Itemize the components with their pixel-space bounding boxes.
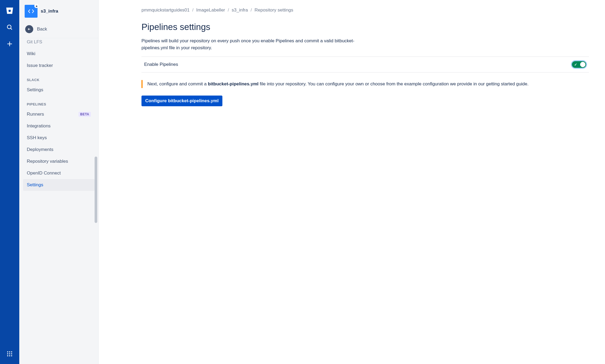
page-title: Pipelines settings bbox=[141, 22, 589, 32]
sidebar-item-label: OpenID Connect bbox=[27, 170, 61, 176]
info-text-post: file into your repository. You can confi… bbox=[259, 81, 529, 86]
toggle-knob bbox=[580, 62, 585, 67]
sidebar-item-repository-variables[interactable]: Repository variables bbox=[23, 156, 95, 167]
bitbucket-logo[interactable] bbox=[4, 5, 15, 16]
breadcrumb-link[interactable]: pmmquickstartguides01 bbox=[141, 7, 190, 13]
svg-rect-11 bbox=[9, 355, 10, 357]
search-icon[interactable] bbox=[4, 22, 15, 33]
info-text-pre: Next, configure and commit a bbox=[147, 81, 208, 86]
svg-rect-7 bbox=[7, 353, 8, 354]
enable-pipelines-row: Enable Pipelines ✓ bbox=[141, 56, 589, 73]
sidebar-section-pipelines: PIPELINES bbox=[21, 96, 96, 108]
apps-icon[interactable] bbox=[4, 348, 15, 359]
breadcrumb-separator: / bbox=[192, 7, 194, 13]
sidebar-item-integrations[interactable]: Integrations bbox=[23, 120, 95, 132]
page-description: Pipelines will build your repository on … bbox=[141, 37, 367, 51]
sidebar-item-label: Settings bbox=[27, 87, 43, 93]
checkmark-icon: ✓ bbox=[574, 63, 577, 67]
back-button[interactable]: Back bbox=[19, 22, 98, 38]
breadcrumb-separator: / bbox=[228, 7, 229, 13]
main-content: pmmquickstartguides01 / ImageLabeller / … bbox=[99, 0, 605, 364]
sidebar-item-label: Repository variables bbox=[27, 159, 68, 164]
sidebar-item-label: Integrations bbox=[27, 123, 51, 129]
sidebar-item-deployments[interactable]: Deployments bbox=[23, 144, 95, 156]
svg-rect-6 bbox=[11, 351, 12, 352]
global-nav-rail bbox=[0, 0, 19, 364]
sidebar-item-ssh-keys[interactable]: SSH keys bbox=[23, 132, 95, 144]
sidebar: s3_infra Back Git LFS Wiki Issue tracker… bbox=[19, 0, 99, 364]
sidebar-scroll[interactable]: Git LFS Wiki Issue tracker SLACK Setting… bbox=[19, 38, 98, 364]
sidebar-item-label: Deployments bbox=[27, 147, 53, 152]
svg-line-1 bbox=[10, 28, 12, 29]
svg-rect-9 bbox=[11, 353, 12, 354]
sidebar-item-openid-connect[interactable]: OpenID Connect bbox=[23, 167, 95, 179]
back-label: Back bbox=[37, 26, 47, 32]
breadcrumb-link[interactable]: Repository settings bbox=[255, 7, 293, 13]
back-arrow-icon bbox=[25, 25, 33, 33]
enable-pipelines-label: Enable Pipelines bbox=[144, 62, 178, 67]
svg-rect-5 bbox=[9, 351, 10, 352]
svg-rect-4 bbox=[7, 351, 8, 352]
sidebar-item-label: Settings bbox=[27, 182, 43, 188]
sidebar-item-issue-tracker[interactable]: Issue tracker bbox=[23, 60, 95, 71]
breadcrumb: pmmquickstartguides01 / ImageLabeller / … bbox=[141, 7, 589, 13]
sidebar-item-pipelines-settings[interactable]: Settings bbox=[23, 179, 95, 191]
svg-rect-10 bbox=[7, 355, 8, 357]
sidebar-item-git-lfs[interactable]: Git LFS bbox=[23, 38, 95, 48]
breadcrumb-link[interactable]: ImageLabeller bbox=[196, 7, 225, 13]
scrollbar-track bbox=[95, 46, 98, 364]
svg-rect-13 bbox=[36, 6, 37, 7]
repo-avatar bbox=[25, 5, 38, 18]
sidebar-item-label: Wiki bbox=[27, 51, 35, 56]
plus-icon[interactable] bbox=[4, 39, 15, 49]
lock-icon bbox=[34, 4, 39, 8]
svg-rect-8 bbox=[9, 353, 10, 354]
repo-name: s3_infra bbox=[41, 9, 58, 14]
repo-header: s3_infra bbox=[19, 0, 98, 22]
info-text-bold: bitbucket-pipelines.yml bbox=[208, 81, 259, 86]
svg-point-0 bbox=[7, 25, 11, 29]
svg-rect-12 bbox=[11, 355, 12, 357]
sidebar-item-runners[interactable]: Runners BETA bbox=[23, 108, 95, 120]
sidebar-item-label: SSH keys bbox=[27, 135, 47, 141]
sidebar-item-label: Git LFS bbox=[27, 39, 42, 45]
sidebar-item-label: Runners bbox=[27, 112, 44, 117]
scrollbar-thumb[interactable] bbox=[95, 157, 97, 223]
info-panel: Next, configure and commit a bitbucket-p… bbox=[141, 80, 589, 88]
breadcrumb-separator: / bbox=[251, 7, 252, 13]
sidebar-item-label: Issue tracker bbox=[27, 63, 53, 68]
beta-badge: BETA bbox=[79, 112, 91, 117]
configure-pipelines-button[interactable]: Configure bitbucket-pipelines.yml bbox=[141, 96, 222, 106]
sidebar-section-slack: SLACK bbox=[21, 71, 96, 84]
breadcrumb-link[interactable]: s3_infra bbox=[232, 7, 248, 13]
sidebar-item-wiki[interactable]: Wiki bbox=[23, 48, 95, 60]
enable-pipelines-toggle[interactable]: ✓ bbox=[572, 61, 586, 68]
sidebar-item-slack-settings[interactable]: Settings bbox=[23, 84, 95, 96]
